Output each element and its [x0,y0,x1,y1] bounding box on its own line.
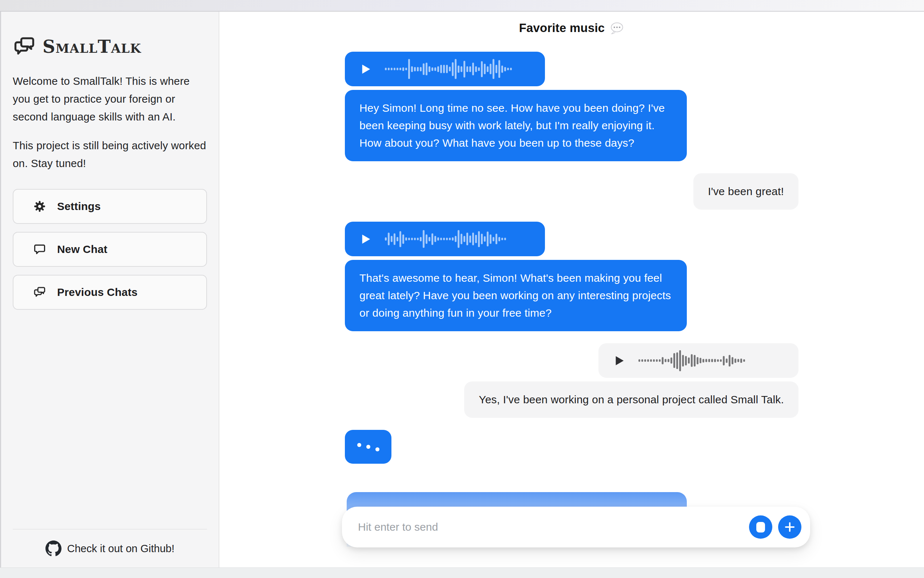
github-icon [45,541,61,557]
waveform-bar [475,66,477,72]
browser-chrome-bottom-strip [0,567,924,578]
waveform-bar [487,232,489,247]
waveform-bar [504,67,506,71]
sidebar-footer: Check it out on Github! [13,529,207,557]
waveform-bar [507,68,509,70]
waveform-bar [699,358,701,363]
chat-bubble-icon [33,243,46,256]
waveform-bar [510,68,512,70]
waveform-bar [469,235,471,243]
waveform-bar [429,66,430,72]
waveform-bar [708,359,710,362]
waveform-bar [452,237,454,240]
waveform-bar [458,65,460,73]
waveform-bar [492,237,494,241]
sidebar-buttons: Settings New Chat [13,189,207,310]
waveform-bar [402,234,404,244]
waveform-bar [685,356,687,365]
message-bubble: Hey Simon! Long time no see. How have yo… [345,90,687,161]
waveform-bar [487,66,489,72]
typing-indicator [345,430,392,464]
typing-dot [357,443,361,447]
stop-icon [756,522,765,533]
waveform-bar [659,359,660,362]
waveform-bar [498,60,500,78]
waveform-bar [400,231,401,247]
waveform-bar [735,359,736,363]
sidebar-divider [13,529,207,529]
waveform-bar [423,230,424,248]
audio-waveform [638,349,784,372]
waveform-bar [429,237,430,241]
waveform-bar [393,233,395,245]
voice-message-bubble [345,222,545,256]
waveform-bar [682,355,684,367]
waveform-bar [461,234,462,244]
waveform-bar [641,359,643,362]
github-link-label: Check it out on Github! [67,543,175,555]
waveform-bar [452,62,454,76]
waveform-bar [437,66,439,72]
chat-bubbles-icon [33,286,46,299]
waveform-bar [731,357,733,364]
gear-icon [33,200,46,213]
waveform-bar [396,68,398,70]
waveform-bar [495,234,497,244]
waveform-bar [455,59,456,79]
waveform-bar [449,238,451,240]
voice-message-bubble [345,52,545,86]
previous-chats-button-label: Previous Chats [57,286,138,299]
waveform-bar [481,234,483,244]
waveform-bar [676,352,678,369]
github-link[interactable]: Check it out on Github! [13,541,207,557]
waveform-bar [647,359,649,362]
waveform-bar [504,238,506,240]
waveform-bar [434,67,436,71]
waveform-bar [706,359,707,362]
waveform-bar [662,357,663,364]
waveform-bar [385,237,387,240]
settings-button-label: Settings [57,200,101,213]
add-button[interactable] [778,515,801,539]
message-input[interactable] [358,521,749,533]
waveform-bar [411,238,413,240]
waveform-bar [414,67,416,71]
waveform-bar [737,359,739,362]
waveform-bar [443,238,445,240]
chat-area: Favorite music Hey Simon! Long time no [219,11,924,567]
play-button[interactable] [358,232,372,247]
stop-button[interactable] [749,515,772,539]
waveform-bar [402,67,404,71]
app-logo-text: SmallTalk [42,36,141,57]
waveform-bar [388,232,390,245]
waveform-bar [644,359,646,362]
waveform-bar [478,231,480,247]
chat-bubbles-logo-icon [13,35,36,58]
message-bubble: Yes, I've been working on a personal pro… [464,382,798,418]
waveform-bar [679,350,681,371]
audio-waveform [385,57,531,81]
typing-dot [375,447,379,451]
waveform-bar [501,65,503,73]
waveform-bar [405,68,407,70]
waveform-bar [697,357,699,364]
waveform-bar [420,237,422,241]
app-body: SmallTalk Welcome to SmallTalk! This is … [0,11,924,567]
waveform-bar [400,68,401,70]
waveform-bar [443,65,445,73]
waveform-bar [688,357,690,364]
waveform-bar [463,61,465,78]
previous-chats-button[interactable]: Previous Chats [13,275,207,310]
settings-button[interactable]: Settings [13,189,207,224]
waveform-bar [414,238,416,240]
audio-waveform [385,227,531,251]
new-chat-button[interactable]: New Chat [13,232,207,267]
waveform-bar [484,236,485,242]
play-button[interactable] [358,62,372,76]
welcome-text: Welcome to SmallTalk! This is where you … [13,72,207,125]
play-button[interactable] [612,354,626,368]
waveform-bar [501,238,503,240]
waveform-bar [417,238,419,240]
waveform-bar [434,236,436,242]
waveform-bar [653,359,655,362]
